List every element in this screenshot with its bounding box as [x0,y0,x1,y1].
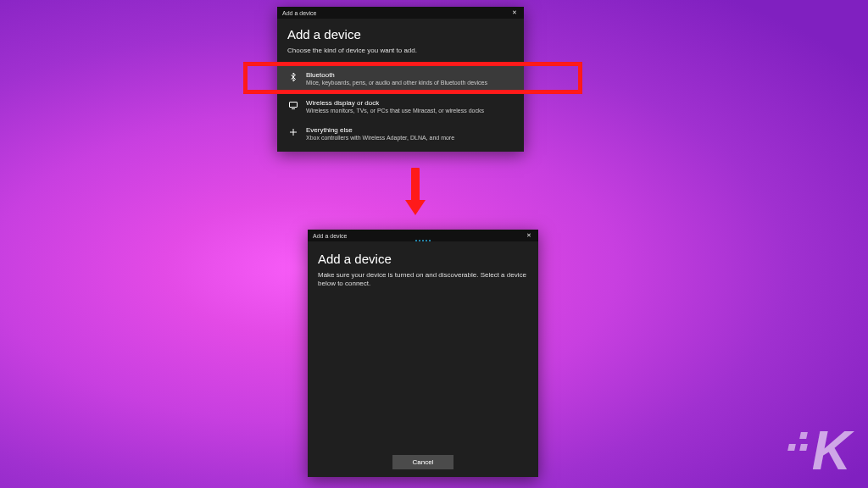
display-icon [287,99,299,111]
dialog-body: Add a device Make sure your device is tu… [308,243,538,294]
watermark-logo: K [788,430,851,473]
dialog-subtext: Choose the kind of device you want to ad… [287,47,514,55]
plus-icon [287,126,299,138]
add-device-dialog-step1: Add a device ✕ Add a device Choose the k… [277,7,524,152]
logo-dots-icon [788,432,807,451]
option-desc: Wireless monitors, TVs, or PCs that use … [306,108,514,114]
device-options-list: Bluetooth Mice, keyboards, pens, or audi… [277,60,524,151]
dialog-heading: Add a device [287,27,514,42]
logo-letter: K [812,430,851,473]
annotation-arrow-down-icon [403,168,427,222]
option-everything-else[interactable]: Everything else Xbox controllers with Wi… [277,120,524,147]
svg-rect-0 [290,102,298,107]
cancel-button[interactable]: Cancel [392,455,454,469]
close-icon[interactable]: ✕ [509,9,520,16]
titlebar: Add a device ✕ [277,7,524,19]
dialog-subtext: Make sure your device is turned on and d… [318,271,528,289]
option-desc: Mice, keyboards, pens, or audio and othe… [306,80,514,86]
bluetooth-icon [287,71,299,83]
option-desc: Xbox controllers with Wireless Adapter, … [306,135,514,141]
dialog-footer: Cancel [308,449,538,477]
option-bluetooth[interactable]: Bluetooth Mice, keyboards, pens, or audi… [277,65,524,92]
close-icon[interactable]: ✕ [523,232,535,239]
option-title: Wireless display or dock [306,99,514,107]
option-title: Bluetooth [306,71,514,79]
option-wireless-display[interactable]: Wireless display or dock Wireless monito… [277,93,524,120]
loading-dots-icon [308,240,538,241]
option-title: Everything else [306,126,514,134]
dialog-heading: Add a device [318,252,528,266]
add-device-dialog-step2: Add a device ✕ Add a device Make sure yo… [308,230,538,477]
dialog-body: Add a device Choose the kind of device y… [277,19,524,60]
titlebar-text: Add a device [313,233,347,239]
titlebar-text: Add a device [282,10,316,16]
